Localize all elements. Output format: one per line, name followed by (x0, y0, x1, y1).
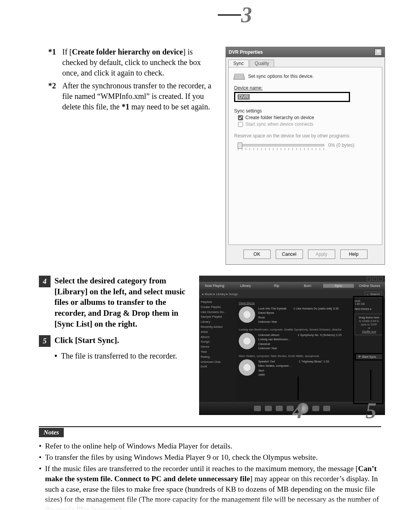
wmp-sync-panel[interactable]: DVR 1.85 GB Next Device ▸ Drag items her… (353, 298, 385, 402)
side-songs[interactable]: Songs (201, 339, 235, 345)
step-4: 4 Select the desired category from [Libr… (39, 276, 189, 330)
cd-icon (239, 306, 255, 323)
footnote-2-marker: *2 (48, 81, 62, 112)
repeat-icon[interactable] (265, 406, 272, 411)
footnotes-column: *1 If [Create folder hierarchy on device… (39, 47, 215, 265)
maximize-icon[interactable] (373, 277, 377, 281)
wmp-breadcrumb: ▸ Music ▸ Library ▸ Songs ⌕Search (199, 290, 385, 298)
sync-settings-label: Sync settings (234, 108, 376, 114)
sync-next-device[interactable]: Next Device ▸ (355, 308, 383, 311)
wmp-crumb-path[interactable]: ▸ Music ▸ Library ▸ Songs (202, 292, 238, 296)
side-genre[interactable]: Genre (201, 345, 235, 350)
step-5-text: Click [Start Sync]. (54, 335, 189, 347)
album-3[interactable]: Speakin' Out Marc Seales, composer… Jazz… (239, 359, 351, 377)
apply-button[interactable]: Apply (308, 250, 335, 259)
notes-rule (39, 426, 381, 427)
device-icon (233, 74, 245, 79)
slider-track[interactable] (238, 144, 324, 146)
sync-hint: Set sync options for this device. (248, 74, 314, 79)
steps-column: 4 Select the desired category from [Libr… (39, 276, 189, 413)
callout-5-line (370, 370, 371, 400)
ok-button[interactable]: OK (243, 250, 271, 259)
side-dvr[interactable]: DVR (201, 364, 235, 369)
wmp-titlebar (199, 276, 385, 282)
cancel-button[interactable]: Cancel (276, 250, 303, 259)
wmp-main: Playlists Create Playlist Like Humans Do… (199, 298, 385, 402)
footnote-1-marker: *1 (48, 47, 62, 78)
device-name-input[interactable]: DVR (234, 92, 350, 102)
side-recent[interactable]: Recently Added (201, 325, 235, 330)
page-fade (0, 498, 420, 510)
slider-ticks (238, 148, 324, 150)
tab-quality[interactable]: Quality (250, 60, 274, 67)
footnote-2-text: After the synchronous transfer to the re… (62, 81, 215, 112)
artist-3: Marc Seales, composer. New Stories. Erni… (239, 354, 351, 358)
sync-drop-area[interactable]: Drag items here to create a list to sync… (355, 314, 383, 335)
dialog-title-text: DVR Properties (229, 49, 263, 55)
artist-2: Ludwig van Beethoven, composer. Seattle … (239, 328, 351, 331)
chk-create-hierarchy[interactable]: Create folder hierarchy on device (238, 115, 376, 120)
wmp-tab-library[interactable]: Library (230, 284, 261, 288)
notes-header: Notes (39, 428, 64, 437)
start-sync-button[interactable]: ⟳ Start Sync (355, 353, 383, 361)
reserve-value: 0% (0 bytes) (328, 142, 354, 148)
wmp-content[interactable]: David Byrne Look Into The Eyeball David … (236, 298, 353, 402)
cd-icon (239, 333, 255, 349)
row-steps-wmp: 4 Select the desired category from [Libr… (39, 276, 385, 413)
wmp-playback-bar (199, 402, 385, 415)
side-artist[interactable]: Artist (201, 330, 235, 335)
wmp-tab-nowplaying[interactable]: Now Playing (199, 284, 230, 288)
tab-sync[interactable]: Sync (228, 60, 249, 67)
side-year[interactable]: Year (201, 350, 235, 355)
device-name-label: Device name: (234, 85, 376, 91)
footnote-1: *1 If [Create folder hierarchy on device… (48, 47, 215, 78)
wmp-search[interactable]: ⌕Search (365, 292, 382, 297)
mute-icon[interactable] (323, 406, 330, 411)
shuffle-icon[interactable] (254, 406, 261, 411)
side-pl1[interactable]: Like Humans Do… (201, 310, 235, 315)
notes-section: Notes Refer to the online help of Window… (39, 426, 381, 510)
dvr-properties-dialog: DVR Properties ✕ Sync Quality Set sync o… (226, 47, 385, 265)
reserve-group: Reserve space on the device for use by o… (234, 133, 376, 150)
note-1: Refer to the online help of Windows Medi… (39, 441, 381, 451)
side-library[interactable]: Library (201, 320, 235, 325)
side-album[interactable]: Album (201, 335, 235, 340)
side-playlists[interactable]: Playlists (201, 300, 235, 305)
chk-start-sync-box[interactable] (238, 122, 243, 127)
wmp-tab-online[interactable]: Online Stores (354, 284, 385, 288)
artist-1: David Byrne (239, 301, 351, 305)
callout-5-number: 5 (366, 400, 376, 422)
slider-thumb[interactable] (238, 142, 242, 149)
side-unknown[interactable]: Unknown Disk (201, 360, 235, 365)
next-icon[interactable] (312, 406, 319, 411)
side-create[interactable]: Create Playlist (201, 305, 235, 310)
side-pl2[interactable]: Sample Playlist (201, 315, 235, 320)
callout-3-number: 3 (241, 4, 252, 26)
close-icon[interactable] (378, 277, 383, 281)
cd-icon (239, 359, 255, 376)
sync-header: Set sync options for this device. (234, 73, 376, 80)
wmp-tab-sync[interactable]: Sync (323, 284, 354, 288)
album-2[interactable]: Unknown Album Ludwig van Beethoven… Clas… (239, 333, 351, 350)
help-button[interactable]: Help (340, 250, 368, 259)
sync-device-name: DVR (355, 300, 383, 302)
album-1[interactable]: Look Into The Eyeball David Byrne Rock U… (239, 306, 351, 324)
wmp-tab-burn[interactable]: Burn (292, 284, 323, 288)
callout-3-line (218, 14, 241, 16)
side-rating[interactable]: Rating (201, 355, 235, 360)
chk-create-hierarchy-box[interactable] (238, 115, 243, 120)
step-5: 5 Click [Start Sync]. (39, 335, 189, 347)
footnote-1-text: If [Create folder hierarchy on device] i… (62, 47, 215, 78)
reserve-slider[interactable]: 0% (0 bytes) (238, 142, 376, 150)
step-5-number: 5 (39, 335, 51, 347)
callout-4-line (298, 376, 299, 400)
wmp-tab-rip[interactable]: Rip (261, 284, 292, 288)
chk-start-sync-connect[interactable]: Start sync when device connects (238, 121, 376, 127)
close-icon[interactable]: ✕ (374, 49, 382, 56)
reserve-label: Reserve space on the device for use by o… (234, 133, 376, 139)
callout-4-number: 4 (292, 400, 303, 422)
stop-icon[interactable] (276, 406, 283, 411)
dialog-tabs: Sync Quality (226, 57, 385, 67)
wmp-sidebar[interactable]: Playlists Create Playlist Like Humans Do… (199, 298, 236, 402)
minimize-icon[interactable] (367, 277, 371, 281)
